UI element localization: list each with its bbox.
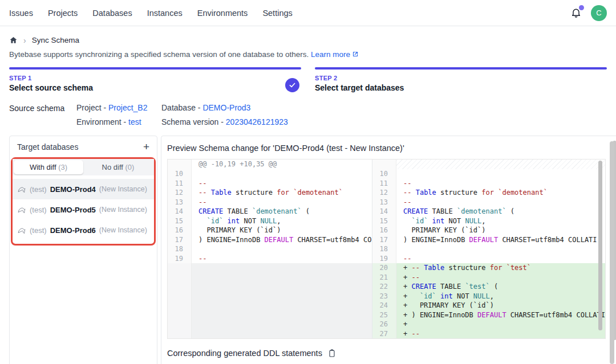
diff-line-number: 17	[372, 235, 396, 245]
sql-token: --	[411, 330, 419, 338]
environment-key: Environment -	[76, 117, 128, 126]
schema-version-key: Schema version -	[161, 117, 226, 126]
step-1[interactable]: STEP 1 Select source schema	[9, 67, 301, 92]
source-environment-field: Environment - test	[76, 117, 161, 126]
source-schema-section: Source schema Project - Project_B2 Datab…	[9, 103, 607, 126]
diff-line-number: 15	[168, 216, 192, 226]
nav-item-databases[interactable]: Databases	[92, 9, 132, 18]
step-2[interactable]: STEP 2 Select target databases	[315, 67, 607, 92]
diff-line: 19--	[372, 254, 605, 264]
diff-line-code: ) ENGINE=InnoDB DEFAULT CHARSET=utf8mb4 …	[192, 235, 372, 245]
diff-line-number: 23	[372, 292, 396, 301]
target-databases-highlight-box: With diff (3) No diff (0) (test) DEMO-Pr…	[11, 157, 156, 246]
schema-version-value-link[interactable]: 20230426121923	[226, 117, 288, 126]
nav-item-environments[interactable]: Environments	[197, 9, 248, 18]
diff-hunk-header: @@ -10,19 +10,35 @@	[168, 159, 372, 169]
diff-line-code: `id` int NOT NULL,	[396, 216, 605, 226]
target-databases-title: Target databases	[17, 142, 78, 152]
database-row-demo-prod6[interactable]: (test) DEMO-Prod6 (New Instance)	[13, 220, 154, 240]
diff-line-number: 16	[372, 226, 396, 235]
diff-line: 17) ENGINE=InnoDB DEFAULT CHARSET=utf8mb…	[372, 235, 605, 245]
project-value-link[interactable]: Project_B2	[108, 103, 147, 112]
database-value-link[interactable]: DEMO-Prod3	[202, 103, 250, 112]
diff-filter-tabs: With diff (3) No diff (0)	[13, 159, 154, 175]
avatar[interactable]: C	[591, 5, 607, 21]
diff-line-code: `id` int NOT NULL,	[192, 216, 372, 226]
sql-token: `test`	[465, 283, 489, 291]
diff-line-code: --	[192, 179, 372, 189]
external-link-icon[interactable]	[352, 51, 359, 58]
diff-filler	[168, 263, 372, 338]
nav-item-issues[interactable]: Issues	[9, 9, 33, 18]
diff-line: 10	[372, 169, 605, 179]
diff-line-code: --	[192, 254, 372, 264]
sql-token	[428, 217, 432, 225]
sql-token: int	[432, 217, 445, 225]
sql-token: +	[403, 283, 411, 291]
copy-clipboard-icon[interactable]	[327, 349, 337, 358]
project-key: Project -	[76, 103, 108, 112]
sql-token: Table	[211, 189, 232, 197]
breadcrumb-page-title: Sync Schema	[32, 36, 79, 44]
sql-token: for	[277, 189, 289, 197]
sql-token: (	[302, 207, 310, 215]
sql-token	[223, 217, 227, 225]
source-project-field: Project - Project_B2	[76, 103, 161, 112]
preview-panel: Preview Schema change for 'DEMO-Prod4 (t…	[161, 136, 616, 364]
diff-spacer-row	[372, 159, 605, 169]
diff-line: 14CREATE TABLE `demotenant` (	[168, 207, 372, 216]
diff-line-number: 13	[372, 198, 396, 207]
editor-scrollbar[interactable]	[598, 161, 602, 330]
diff-line-number: 25	[372, 310, 396, 320]
database-name: DEMO-Prod5	[50, 206, 96, 214]
notification-dot	[579, 5, 584, 10]
sql-token: --	[198, 198, 206, 206]
add-target-database-button[interactable]: +	[143, 141, 149, 152]
sql-token: CREATE	[403, 207, 428, 215]
notification-bell-icon[interactable]	[570, 7, 583, 19]
diff-line-code: PRIMARY KEY (`id`)	[192, 226, 372, 235]
sql-token: TABLE	[436, 283, 465, 291]
sql-token: DEFAULT	[477, 311, 506, 319]
sql-token: ,	[277, 217, 281, 225]
diff-line-code	[396, 169, 605, 179]
diff-line-number: 19	[168, 254, 192, 264]
sql-token: (	[490, 283, 498, 291]
nav-item-projects[interactable]: Projects	[48, 9, 78, 18]
sql-token: ,	[481, 217, 485, 225]
tab-with-diff[interactable]: With diff (3)	[14, 160, 83, 174]
nav-item-settings[interactable]: Settings	[262, 9, 292, 18]
sql-token: `demotenant`	[498, 189, 548, 197]
sql-token: DEFAULT	[469, 236, 499, 244]
nav-item-instances[interactable]: Instances	[147, 9, 183, 18]
preview-title: Preview Schema change for 'DEMO-Prod4 (t…	[167, 144, 616, 153]
sql-token: NULL	[260, 217, 277, 225]
page-scrollbar[interactable]	[610, 141, 614, 364]
database-row-demo-prod4[interactable]: (test) DEMO-Prod4 (New Instance)	[13, 179, 154, 199]
diff-line-number: 13	[168, 198, 192, 207]
sql-token: CHARSET=utf8mb4 COLLATI	[293, 236, 372, 244]
sql-token	[403, 217, 411, 225]
diff-line-code	[192, 169, 372, 179]
diff-line: 16 PRIMARY KEY (`id`)	[372, 226, 605, 235]
database-row-demo-prod5[interactable]: (test) DEMO-Prod5 (New Instance)	[13, 199, 154, 220]
sql-token: +	[403, 330, 411, 338]
diff-line: 12-- Table structure for `demotenant`	[372, 188, 605, 198]
diff-added-line: 27+ --	[372, 329, 605, 339]
mysql-icon	[18, 185, 26, 194]
diff-added-line: 23+ `id` int NOT NULL,	[372, 292, 605, 301]
diff-line-number	[168, 159, 192, 169]
intro-text: Bytebase supports synchronizing a specif…	[9, 50, 607, 60]
home-icon[interactable]	[9, 36, 18, 44]
diff-line-number: 21	[372, 273, 396, 283]
environment-value-link[interactable]: test	[128, 117, 141, 126]
learn-more-link[interactable]: Learn more	[311, 50, 350, 59]
step-2-label: STEP 2	[315, 75, 607, 81]
sql-token: structure	[444, 264, 489, 272]
sql-token: `id`	[420, 292, 436, 300]
tab-no-diff[interactable]: No diff (0)	[83, 160, 153, 174]
sql-token: int	[440, 292, 453, 300]
diff-line-code: + --	[396, 329, 605, 339]
sql-token: `demotenant`	[457, 207, 506, 215]
mysql-icon	[18, 206, 26, 214]
